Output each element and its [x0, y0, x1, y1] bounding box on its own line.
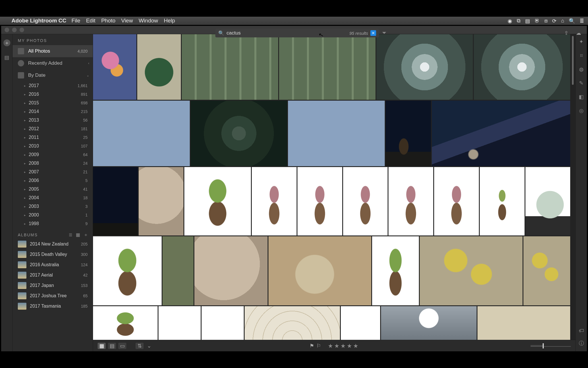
photo-thumb[interactable]: [93, 306, 158, 341]
add-photos-button[interactable]: ＋: [3, 39, 10, 46]
cc-status-icon[interactable]: ⧉: [517, 18, 521, 24]
menu-help[interactable]: Help: [164, 18, 175, 24]
app-name[interactable]: Adobe Lightroom CC: [11, 18, 66, 24]
photo-thumb[interactable]: [93, 34, 136, 100]
cloud-sync-button[interactable]: ☁: [576, 30, 581, 36]
photo-thumb[interactable]: [523, 236, 570, 305]
share-button[interactable]: ⇪: [564, 30, 568, 36]
photo-thumb[interactable]: [297, 167, 342, 235]
year-row[interactable]: 200721: [13, 168, 93, 176]
sort-chevron-icon[interactable]: ⌄: [147, 343, 151, 349]
home-icon[interactable]: ⌂: [561, 18, 564, 24]
grid-scrollbar[interactable]: [572, 36, 574, 85]
sidebar-item-by-date[interactable]: By Date ⌄: [13, 69, 93, 81]
year-row[interactable]: 2014215: [13, 107, 93, 116]
photo-thumb[interactable]: [388, 167, 433, 235]
album-row[interactable]: 2015 Death Valley300: [13, 249, 93, 260]
sidebar-item-all-photos[interactable]: All Photos 4,020: [13, 45, 93, 57]
spotlight-icon[interactable]: 🔍: [569, 18, 575, 24]
search-bar[interactable]: 🔍 95 results ✕: [215, 29, 379, 37]
photo-thumb[interactable]: [158, 306, 201, 341]
shield-icon[interactable]: ⛨: [535, 18, 540, 24]
keywords-panel-icon[interactable]: 🏷: [578, 327, 585, 334]
zoom-window-button[interactable]: [20, 28, 24, 32]
photo-thumb[interactable]: [202, 306, 244, 341]
menu-view[interactable]: View: [121, 18, 133, 24]
brush-panel-icon[interactable]: ✎: [578, 80, 585, 87]
photo-thumb[interactable]: [288, 101, 385, 166]
album-row[interactable]: 2017 Japan153: [13, 280, 93, 291]
view-mode-detail-button[interactable]: ▭: [118, 343, 126, 349]
edit-panel-icon[interactable]: ✦: [578, 38, 585, 45]
menu-edit[interactable]: Edit: [86, 18, 96, 24]
linear-grad-icon[interactable]: ◧: [578, 93, 585, 100]
sort-button[interactable]: ⇅: [136, 343, 144, 349]
year-row[interactable]: 2012181: [13, 124, 93, 133]
photo-thumb[interactable]: [386, 101, 431, 166]
view-mode-square-button[interactable]: ▤: [108, 343, 116, 349]
add-album-button[interactable]: ＋: [84, 232, 89, 238]
control-center-icon[interactable]: ≣: [580, 18, 584, 24]
close-window-button[interactable]: [5, 28, 9, 32]
rating-stars[interactable]: ★★★★★: [327, 342, 359, 349]
year-row[interactable]: 19989: [13, 219, 93, 228]
photo-thumb[interactable]: [381, 306, 477, 341]
thumbnail-size-slider[interactable]: [531, 345, 571, 347]
photo-thumb[interactable]: [93, 101, 190, 166]
album-row[interactable]: 2017 Aerial42: [13, 270, 93, 280]
sidebar-item-recently-added[interactable]: Recently Added ‹: [13, 57, 93, 69]
year-row[interactable]: 20065: [13, 176, 93, 185]
photo-thumb[interactable]: [194, 236, 268, 305]
info-panel-icon[interactable]: ⓘ: [578, 340, 585, 347]
crop-panel-icon[interactable]: ⌗: [578, 52, 585, 59]
photo-thumb[interactable]: [343, 167, 388, 235]
photo-thumb[interactable]: [139, 167, 183, 235]
photo-thumb[interactable]: [137, 34, 181, 100]
dropbox-icon[interactable]: ⧈: [544, 18, 548, 24]
year-row[interactable]: 20033: [13, 202, 93, 211]
album-row[interactable]: 2017 Joshua Tree65: [13, 291, 93, 301]
year-row[interactable]: 20171,661: [13, 81, 93, 90]
filter-icon[interactable]: ⏷: [382, 30, 387, 36]
flag-reject-button[interactable]: ⚐: [316, 343, 321, 349]
album-grid-view-icon[interactable]: ▦: [76, 232, 81, 238]
photo-thumb[interactable]: [341, 306, 380, 341]
photo-thumb[interactable]: [182, 34, 278, 100]
photo-thumb[interactable]: [420, 236, 523, 305]
photo-thumb[interactable]: [432, 101, 570, 166]
photo-thumb[interactable]: [245, 306, 340, 341]
my-photos-rail-icon[interactable]: ▤: [4, 54, 9, 61]
album-row[interactable]: 2016 Australia124: [13, 260, 93, 270]
photo-thumb[interactable]: [252, 167, 297, 235]
photo-thumb[interactable]: [372, 236, 419, 305]
menu-photo[interactable]: Photo: [101, 18, 115, 24]
album-row[interactable]: 2017 Tasmania185: [13, 301, 93, 311]
flag-pick-button[interactable]: ⚑: [310, 343, 314, 349]
year-row[interactable]: 201356: [13, 116, 93, 124]
mac-menubar[interactable]: Adobe Lightroom CC File Edit Photo View …: [0, 17, 588, 25]
year-row[interactable]: 201125: [13, 133, 93, 142]
photo-thumb[interactable]: [477, 306, 570, 341]
year-row[interactable]: 200824: [13, 159, 93, 168]
search-input[interactable]: [227, 30, 349, 36]
album-row[interactable]: 2014 New Zealand205: [13, 239, 93, 249]
record-icon[interactable]: ◉: [508, 18, 512, 24]
photo-thumb[interactable]: [525, 167, 570, 235]
radial-grad-icon[interactable]: ◎: [578, 107, 585, 114]
year-row[interactable]: 2016891: [13, 90, 93, 99]
year-row[interactable]: 200541: [13, 185, 93, 193]
menu-file[interactable]: File: [71, 18, 80, 24]
photo-thumb[interactable]: [268, 236, 372, 305]
year-row[interactable]: 2015698: [13, 99, 93, 107]
photo-thumb[interactable]: [184, 167, 251, 235]
photo-grid[interactable]: [93, 34, 570, 351]
clear-search-button[interactable]: ✕: [370, 30, 376, 36]
photo-thumb[interactable]: [93, 167, 138, 235]
year-row[interactable]: 2010107: [13, 142, 93, 150]
photo-thumb[interactable]: [480, 167, 525, 235]
menu-window[interactable]: Window: [139, 18, 158, 24]
photo-thumb[interactable]: [376, 34, 473, 100]
photo-thumb[interactable]: [93, 236, 162, 305]
album-list-view-icon[interactable]: ≣: [69, 232, 73, 238]
app-icon[interactable]: ▤: [525, 18, 530, 24]
